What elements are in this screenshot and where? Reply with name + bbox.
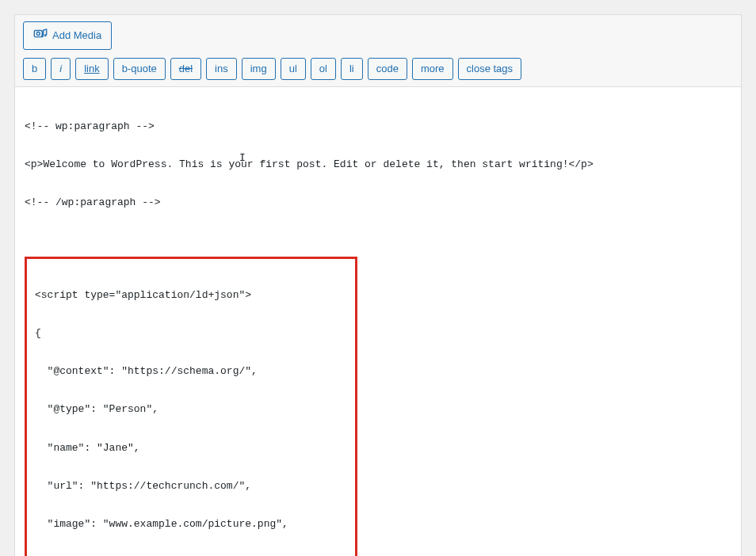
blockquote-button[interactable]: b-quote [113,58,166,80]
add-media-label: Add Media [52,29,101,42]
classic-editor-wrap: Add Media b i link b-quote del ins img u… [14,14,742,556]
text-editor-area[interactable]: <!-- wp:paragraph --> <p>Welcome to Word… [15,86,741,556]
code-button[interactable]: code [368,58,407,80]
bold-button[interactable]: b [23,58,46,80]
add-media-button[interactable]: Add Media [23,21,112,50]
code-line: <!-- wp:paragraph --> [25,117,731,136]
camera-music-icon [33,27,48,44]
del-button[interactable]: del [170,58,201,80]
ul-button[interactable]: ul [281,58,306,80]
media-row: Add Media [15,15,741,55]
li-button[interactable]: li [341,58,363,80]
code-line: "jobTitle": "Content Writer", [35,553,347,556]
code-line: "image": "www.example.com/picture.png", [35,515,347,534]
close-tags-button[interactable]: close tags [458,58,522,80]
italic-button[interactable]: i [51,58,71,80]
highlighted-script-block: <script type="application/ld+json"> { "@… [25,257,357,556]
code-line: "url": "https://techcrunch.com/", [35,477,347,496]
code-line: <script type="application/ld+json"> [35,286,347,305]
text-caret-icon: I [239,148,246,167]
link-button[interactable]: link [75,58,109,80]
code-line: "@context": "https://schema.org/", [35,362,347,381]
code-line: "name": "Jane", [35,439,347,458]
code-line: <p>Welcome to WordPress. This is your fi… [25,155,731,174]
ol-button[interactable]: ol [311,58,336,80]
svg-point-2 [44,34,47,36]
svg-rect-0 [34,31,42,37]
img-button[interactable]: img [242,58,276,80]
code-line: <!-- /wp:paragraph --> [25,193,731,212]
code-line: { [35,324,347,343]
ins-button[interactable]: ins [206,58,237,80]
more-button[interactable]: more [412,58,453,80]
code-line: "@type": "Person", [35,400,347,419]
quicktags-toolbar: b i link b-quote del ins img ul ol li co… [15,55,741,86]
